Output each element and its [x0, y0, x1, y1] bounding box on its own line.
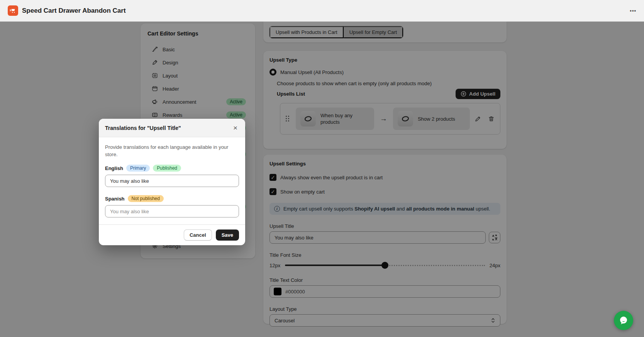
close-icon[interactable]: ×: [232, 123, 239, 132]
modal-footer: Cancel Save: [99, 224, 245, 245]
save-button[interactable]: Save: [216, 229, 239, 241]
published-badge: Published: [153, 165, 181, 172]
app-logo-icon: [8, 5, 18, 16]
chat-bubble-icon: [619, 315, 629, 325]
cancel-button[interactable]: Cancel: [184, 229, 212, 241]
page-title: Speed Cart Drawer Abandon Cart: [22, 7, 126, 15]
modal-description: Provide translations for each language a…: [105, 143, 232, 158]
modal-backdrop[interactable]: [0, 22, 644, 337]
not-published-badge: Not published: [128, 195, 164, 202]
primary-badge: Primary: [126, 165, 150, 172]
language-row-spanish: Spanish Not published: [105, 195, 239, 202]
chat-widget-button[interactable]: [614, 311, 633, 330]
modal-body: Provide translations for each language a…: [99, 137, 245, 224]
modal-title: Translations for "Upsell Title": [105, 125, 181, 131]
spanish-translation-input[interactable]: [105, 205, 239, 217]
language-row-english: English Primary Published: [105, 165, 239, 172]
topbar: Speed Cart Drawer Abandon Cart •••: [0, 0, 644, 22]
modal-header: Translations for "Upsell Title" ×: [99, 119, 245, 137]
translations-modal: Translations for "Upsell Title" × Provid…: [99, 119, 245, 245]
language-name: Spanish: [105, 196, 125, 202]
overflow-menu-icon[interactable]: •••: [630, 8, 636, 13]
language-name: English: [105, 165, 123, 171]
english-translation-input[interactable]: [105, 175, 239, 187]
